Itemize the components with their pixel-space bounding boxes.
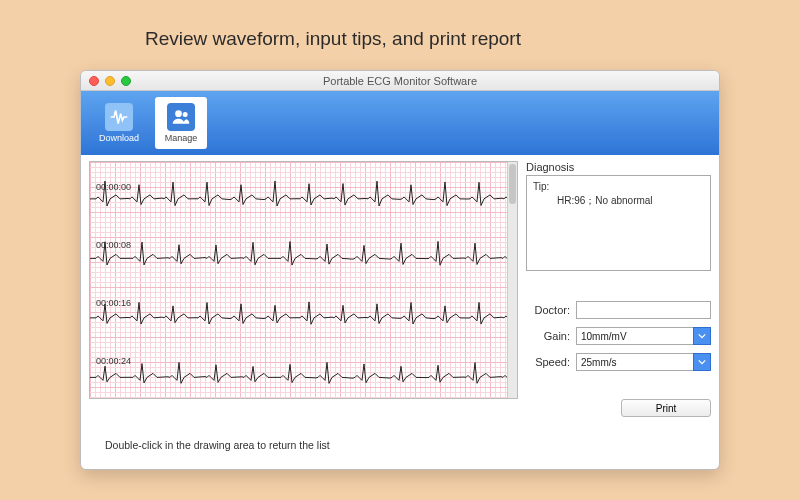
gain-row: Gain: 10mm/mV	[526, 327, 711, 345]
speed-row: Speed: 25mm/s	[526, 353, 711, 371]
content-area: 00:00:00 00:00:08 00:00:16 00:00:24 Diag…	[81, 155, 719, 469]
gain-label: Gain:	[526, 330, 570, 342]
doctor-label: Doctor:	[526, 304, 570, 316]
speed-value: 25mm/s	[576, 353, 693, 371]
waveform-icon	[105, 103, 133, 131]
download-button[interactable]: Download	[93, 97, 145, 149]
app-window: Portable ECG Monitor Software Download M…	[80, 70, 720, 470]
speed-label: Speed:	[526, 356, 570, 368]
window-title: Portable ECG Monitor Software	[81, 75, 719, 87]
doctor-row: Doctor:	[526, 301, 711, 319]
speed-select[interactable]: 25mm/s	[576, 353, 711, 371]
svg-point-1	[183, 112, 188, 117]
ecg-timestamp: 00:00:16	[96, 298, 131, 308]
diagnosis-box: Tip: HR:96；No abnormal	[526, 175, 711, 271]
ecg-timestamp: 00:00:24	[96, 356, 131, 366]
manage-button[interactable]: Manage	[155, 97, 207, 149]
diagnosis-label: Diagnosis	[526, 161, 711, 173]
ecg-scrollbar-thumb[interactable]	[509, 164, 516, 204]
diagnosis-tip-label: Tip:	[533, 180, 704, 194]
titlebar: Portable ECG Monitor Software	[81, 71, 719, 91]
toolbar: Download Manage	[81, 91, 719, 155]
ecg-timestamp: 00:00:00	[96, 182, 131, 192]
gain-value: 10mm/mV	[576, 327, 693, 345]
ecg-scrollbar[interactable]	[507, 162, 517, 398]
diagnosis-tip-text: HR:96；No abnormal	[533, 194, 704, 208]
doctor-input[interactable]	[576, 301, 711, 319]
print-button[interactable]: Print	[621, 399, 711, 417]
svg-point-0	[175, 110, 182, 117]
gain-select[interactable]: 10mm/mV	[576, 327, 711, 345]
ecg-canvas	[90, 162, 518, 399]
manage-label: Manage	[165, 133, 198, 143]
ecg-drawing-area[interactable]: 00:00:00 00:00:08 00:00:16 00:00:24	[89, 161, 518, 399]
chevron-down-icon[interactable]	[693, 353, 711, 371]
ecg-timestamp: 00:00:08	[96, 240, 131, 250]
side-panel: Diagnosis Tip: HR:96；No abnormal Doctor:…	[526, 161, 711, 417]
users-icon	[167, 103, 195, 131]
download-label: Download	[99, 133, 139, 143]
hint-text: Double-click in the drawing area to retu…	[89, 439, 711, 451]
chevron-down-icon[interactable]	[693, 327, 711, 345]
page-headline: Review waveform, input tips, and print r…	[145, 28, 521, 50]
